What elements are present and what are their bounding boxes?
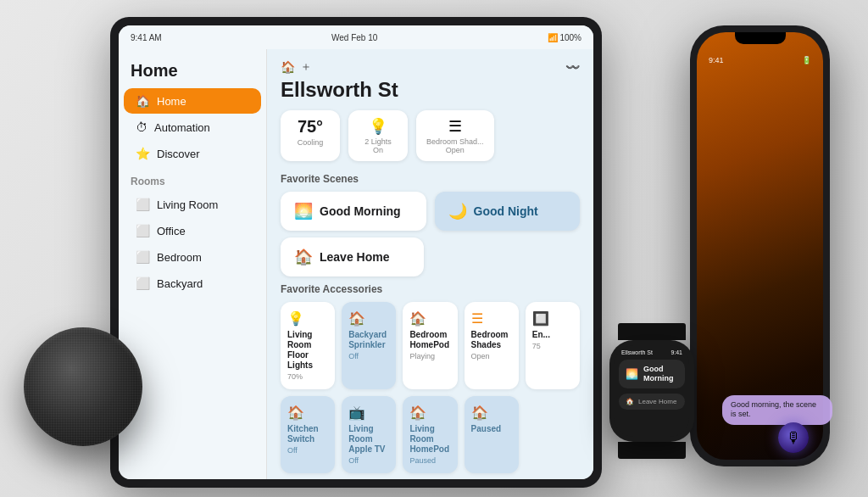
lr-homepod-name: Living Room HomePod <box>409 424 450 455</box>
sunrise-icon: 🌅 <box>294 202 313 221</box>
ipad-status-bar: 9:41 AM Wed Feb 10 📶 100% <box>119 25 593 49</box>
temperature-value: 75° <box>291 117 330 137</box>
temperature-label: Cooling <box>291 138 330 147</box>
rooms-section-title: Rooms <box>119 167 266 191</box>
scenes-section-title: Favorite Scenes <box>281 173 580 185</box>
ipad-battery: 📶 100% <box>548 33 581 42</box>
watch-time: 9:41 <box>670 349 682 355</box>
sidebar-item-living-room[interactable]: ⬜ Living Room <box>124 192 261 217</box>
sidebar-backyard-label: Backyard <box>157 277 203 290</box>
watch-leave-home-btn[interactable]: 🏠 Leave Home <box>619 394 685 410</box>
add-icon[interactable]: ＋ <box>300 59 312 75</box>
watch-leave-label: Leave Home <box>638 398 676 405</box>
home-nav-icon[interactable]: 🏠 <box>281 60 295 74</box>
apple-tv-icon: 📺 <box>348 405 389 421</box>
watch-scene-line2: Morning <box>643 374 674 383</box>
leave-home-label: Leave Home <box>320 250 389 264</box>
iphone-status-bar: 9:41 🔋 <box>697 44 823 70</box>
apple-tv-status: Off <box>348 456 389 465</box>
apple-tv-tile[interactable]: 📺 Living Room Apple TV Off <box>342 396 396 473</box>
extra2-icon: 🏠 <box>471 405 512 421</box>
office-icon: ⬜ <box>136 224 150 237</box>
floor-lights-status: 70% <box>287 372 328 381</box>
wifi-icon: 📶 <box>548 33 558 42</box>
sidebar-bedroom-label: Bedroom <box>157 251 202 264</box>
good-morning-scene[interactable]: 🌅 Good Morning <box>281 192 426 231</box>
accessories-grid: 💡 Living Room Floor Lights 70% 🏠 Backyar… <box>281 302 580 473</box>
shades-label: Bedroom Shad...Open <box>426 137 484 154</box>
sidebar-discover-label: Discover <box>157 148 200 160</box>
watch-scene-text: Good Morning <box>643 365 674 383</box>
sidebar-item-bedroom[interactable]: ⬜ Bedroom <box>124 244 261 270</box>
bedroom-homepod-icon: 🏠 <box>409 310 450 327</box>
accessories-section-title: Favorite Accessories <box>281 283 580 295</box>
ipad-time: 9:41 AM <box>131 33 162 42</box>
bedroom-shades-name: Bedroom Shades <box>471 330 512 350</box>
extra2-name: Paused <box>471 424 512 434</box>
siri-orb[interactable]: 🎙 <box>778 422 809 453</box>
leave-home-scene[interactable]: 🏠 Leave Home <box>281 237 424 276</box>
temperature-tile[interactable]: 75° Cooling <box>281 110 340 161</box>
sidebar-item-home[interactable]: 🏠 Home <box>124 88 261 114</box>
watch-screen: Ellsworth St 9:41 🌅 Good Morning 🏠 Leave… <box>615 345 689 437</box>
watch-band-bottom <box>618 442 686 459</box>
scenes-row-1: 🌅 Good Morning 🌙 Good Night <box>281 192 580 231</box>
lights-tile[interactable]: 💡 2 LightsOn <box>348 110 408 161</box>
location-title: Ellsworth St <box>281 78 580 102</box>
leave-home-icon: 🏠 <box>294 248 313 266</box>
kitchen-switch-name: Kitchen Switch <box>287 424 328 444</box>
homepod-device <box>15 327 151 463</box>
shades-icon: ☰ <box>426 117 484 136</box>
watch-band-top <box>618 323 686 340</box>
waveform-icon[interactable]: 〰️ <box>565 60 580 74</box>
extra-tile-2[interactable]: 🏠 Paused <box>465 396 519 473</box>
moon-icon: 🌙 <box>448 202 467 221</box>
backyard-icon: ⬜ <box>136 276 150 290</box>
sidebar-item-automation[interactable]: ⏱ Automation <box>124 114 261 140</box>
bedroom-homepod-tile[interactable]: 🏠 Bedroom HomePod Playing <box>403 302 457 389</box>
sprinkler-status: Off <box>348 352 389 360</box>
watch-scene-card[interactable]: 🌅 Good Morning <box>619 360 685 388</box>
bedroom-shades-tile[interactable]: ☰ Bedroom Shades Open <box>465 302 519 389</box>
lr-homepod-status: Paused <box>409 456 450 465</box>
kitchen-switch-tile[interactable]: 🏠 Kitchen Switch Off <box>281 396 335 473</box>
floor-lights-name: Living Room Floor Lights <box>287 330 328 371</box>
apple-tv-name: Living Room Apple TV <box>348 424 389 455</box>
good-morning-label: Good Morning <box>320 204 401 218</box>
extra-tile[interactable]: 🔲 En... 75 <box>526 302 580 389</box>
kitchen-switch-status: Off <box>287 446 328 455</box>
watch-scene-icon: 🌅 <box>626 368 638 380</box>
watch-status-bar: Ellsworth St 9:41 <box>615 345 689 357</box>
siri-orb-icon: 🎙 <box>786 429 801 447</box>
shades-tile[interactable]: ☰ Bedroom Shad...Open <box>416 110 494 161</box>
sidebar-item-office[interactable]: ⬜ Office <box>124 218 261 243</box>
bedroom-icon: ⬜ <box>136 250 150 264</box>
floor-lights-tile[interactable]: 💡 Living Room Floor Lights 70% <box>281 302 335 389</box>
star-icon: ⭐ <box>136 147 150 160</box>
extra-name: En... <box>532 330 573 340</box>
sprinkler-name: Backyard Sprinkler <box>348 330 389 350</box>
sidebar-item-discover[interactable]: ⭐ Discover <box>124 141 261 166</box>
sidebar-office-label: Office <box>157 225 186 237</box>
sidebar-item-backyard[interactable]: ⬜ Backyard <box>124 271 261 296</box>
lr-homepod-icon: 🏠 <box>409 405 450 421</box>
watch-body: Ellsworth St 9:41 🌅 Good Morning 🏠 Leave… <box>609 340 694 442</box>
bedroom-homepod-status: Playing <box>409 352 450 360</box>
floor-lights-icon: 💡 <box>287 310 328 327</box>
main-content: 🏠 ＋ 〰️ Ellsworth St 75° Cooling 💡 <box>267 49 593 479</box>
scenes-row-2: 🏠 Leave Home <box>281 237 580 276</box>
watch-scene-line1: Good <box>643 365 674 374</box>
status-tiles: 75° Cooling 💡 2 LightsOn ☰ Bedroom Shad.… <box>281 110 580 161</box>
top-nav: 🏠 ＋ 〰️ <box>281 58 580 75</box>
automation-icon: ⏱ <box>136 120 147 134</box>
iphone-battery-icon: 🔋 <box>802 56 811 64</box>
sprinkler-icon: 🏠 <box>348 310 389 327</box>
good-night-scene[interactable]: 🌙 Good Night <box>435 192 581 231</box>
sidebar-living-room-label: Living Room <box>157 198 218 211</box>
sidebar-title: Home <box>119 58 266 87</box>
sprinkler-tile[interactable]: 🏠 Backyard Sprinkler Off <box>342 302 396 389</box>
siri-message-text: Good morning, the scene is set. <box>731 400 816 419</box>
lights-label: 2 LightsOn <box>359 137 398 154</box>
lr-homepod-tile[interactable]: 🏠 Living Room HomePod Paused <box>403 396 457 473</box>
bedroom-shades-status: Open <box>471 352 512 360</box>
